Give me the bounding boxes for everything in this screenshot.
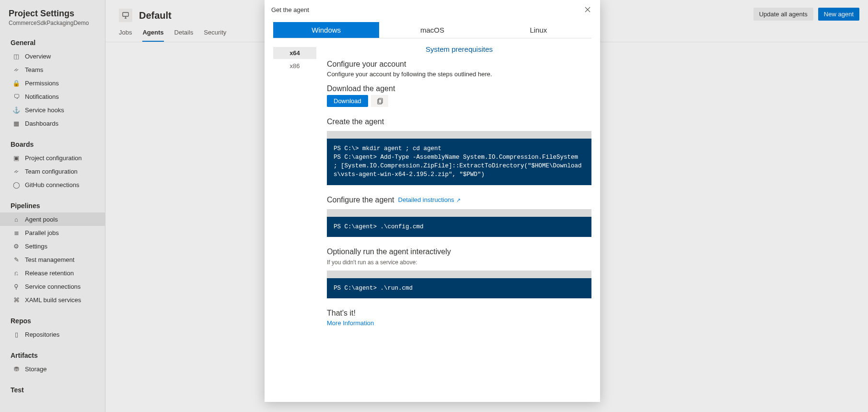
sidebar-item-label: Notifications [25,93,59,100]
sidebar-item-permissions[interactable]: 🔒Permissions [0,76,105,90]
sidebar-item-service-connections[interactable]: ⚲Service connections [0,280,105,293]
sidebar-item-label: Storage [25,365,47,373]
tab-jobs[interactable]: Jobs [119,27,132,42]
arch-x86[interactable]: x86 [273,60,316,72]
steps: System prerequisites Configure your acco… [316,45,591,392]
project-configuration-icon: ▣ [12,154,20,162]
agent-pools-icon: ⌂ [12,215,20,223]
sidebar-section-label: Test [0,376,105,397]
sidebar-item-test-management[interactable]: ✎Test management [0,253,105,266]
download-agent-heading: Download the agent [327,84,591,93]
sidebar-item-label: Overview [25,53,51,60]
top-actions: Update all agents New agent [753,8,859,21]
teams-icon: ᨀ [12,66,20,73]
service-connections-icon: ⚲ [12,283,20,290]
sidebar-item-service-hooks[interactable]: ⚓Service hooks [0,103,105,117]
code-content[interactable]: PS C:\> mkdir agent ; cd agent PS C:\age… [327,139,591,185]
sidebar-item-agent-pools[interactable]: ⌂Agent pools [0,212,105,226]
create-agent-heading: Create the agent [327,118,591,126]
system-prerequisites-link[interactable]: System prerequisites [327,45,591,53]
sidebar-header: Project Settings CommerceSdkPackagingDem… [0,9,105,28]
dialog-body: x64x86 System prerequisites Configure yo… [265,38,600,402]
github-connections-icon: ◯ [12,181,20,188]
test-management-icon: ✎ [12,256,20,263]
pool-name: Default [139,10,172,21]
new-agent-button[interactable]: New agent [818,8,859,21]
run-agent-note: If you didn't run as a service above: [327,259,591,266]
os-tab-macos[interactable]: macOS [379,22,485,38]
storage-icon: ⛃ [12,365,20,373]
team-configuration-icon: ᨀ [12,167,20,175]
sidebar-item-label: Agent pools [25,216,58,223]
arch-x64[interactable]: x64 [273,47,316,59]
code-content[interactable]: PS C:\agent> .\run.cmd [327,278,591,298]
sidebar-item-label: Settings [25,243,47,250]
sidebar-item-teams[interactable]: ᨀTeams [0,63,105,76]
tab-agents[interactable]: Agents [142,27,163,42]
download-button[interactable]: Download [327,95,368,107]
notifications-icon: 🗨 [12,93,20,100]
sidebar-item-label: GitHub connections [25,181,79,188]
sidebar-item-github-connections[interactable]: ◯GitHub connections [0,178,105,191]
sidebar-item-label: Team configuration [25,168,78,175]
permissions-icon: 🔒 [12,79,20,87]
sidebar-section-label: Pipelines [0,191,105,212]
sidebar-item-label: Service hooks [25,106,64,114]
copy-url-button[interactable] [371,95,388,107]
code-content[interactable]: PS C:\agent> .\config.cmd [327,217,591,237]
service-hooks-icon: ⚓ [12,106,20,114]
os-tab-windows[interactable]: Windows [273,22,379,38]
sidebar-item-label: Repositories [25,331,59,338]
detailed-instructions-label: Detailed instructions [398,196,454,203]
run-agent-heading: Optionally run the agent interactively [327,247,591,256]
svg-rect-0 [123,12,128,16]
repositories-icon: ▯ [12,330,20,338]
sidebar-item-label: Dashboards [25,120,58,127]
sidebar-item-dashboards[interactable]: ▦Dashboards [0,117,105,130]
sidebar-item-label: Project configuration [25,154,82,162]
overview-icon: ◫ [12,52,20,60]
xaml-build-services-icon: ⌘ [12,296,20,304]
sidebar-item-release-retention[interactable]: ⎌Release retention [0,266,105,280]
parallel-jobs-icon: ≣ [12,229,20,236]
sidebar-item-notifications[interactable]: 🗨Notifications [0,90,105,103]
sidebar-item-label: Release retention [25,270,74,277]
update-all-agents-button[interactable]: Update all agents [753,8,813,21]
more-information-link[interactable]: More Information [327,319,591,327]
sidebar-item-project-configuration[interactable]: ▣Project configuration [0,151,105,165]
configure-agent-code: PS C:\agent> .\config.cmd [327,209,591,237]
download-row: Download [327,95,591,107]
sidebar-item-label: Service connections [25,283,81,290]
tab-security[interactable]: Security [204,27,226,42]
sidebar-section-label: Repos [0,306,105,328]
close-icon[interactable] [582,4,593,15]
os-tab-linux[interactable]: Linux [486,22,591,38]
sidebar-item-overview[interactable]: ◫Overview [0,49,105,63]
dialog-title: Get the agent [271,6,309,13]
sidebar-item-parallel-jobs[interactable]: ≣Parallel jobs [0,226,105,239]
configure-account-heading: Configure your account [327,60,591,69]
sidebar-item-label: Teams [25,66,43,73]
sidebar-item-label: Parallel jobs [25,229,59,236]
tab-details[interactable]: Details [174,27,194,42]
sidebar-item-storage[interactable]: ⛃Storage [0,362,105,376]
get-agent-dialog: Get the agent WindowsmacOSLinux x64x86 S… [265,0,600,402]
project-name: CommerceSdkPackagingDemo [9,20,96,26]
sidebar-item-label: Permissions [25,80,59,87]
sidebar-section-label: Artifacts [0,341,105,362]
create-agent-code: PS C:\> mkdir agent ; cd agent PS C:\age… [327,131,591,185]
sidebar-item-repositories[interactable]: ▯Repositories [0,328,105,341]
sidebar-item-team-configuration[interactable]: ᨀTeam configuration [0,165,105,178]
code-titlebar [327,209,591,217]
project-settings-title: Project Settings [9,9,96,19]
detailed-instructions-link[interactable]: Detailed instructions↗ [398,196,461,203]
configure-agent-heading: Configure the agent [327,196,394,204]
run-agent-code: PS C:\agent> .\run.cmd [327,271,591,298]
sidebar-item-settings[interactable]: ⚙Settings [0,239,105,253]
app-root: Project Settings CommerceSdkPackagingDem… [0,0,868,412]
sidebar-item-xaml-build-services[interactable]: ⌘XAML build services [0,293,105,306]
os-tabs: WindowsmacOSLinux [273,22,591,38]
configure-account-text: Configure your account by following the … [327,71,591,78]
code-titlebar [327,131,591,139]
arch-column: x64x86 [273,45,316,392]
